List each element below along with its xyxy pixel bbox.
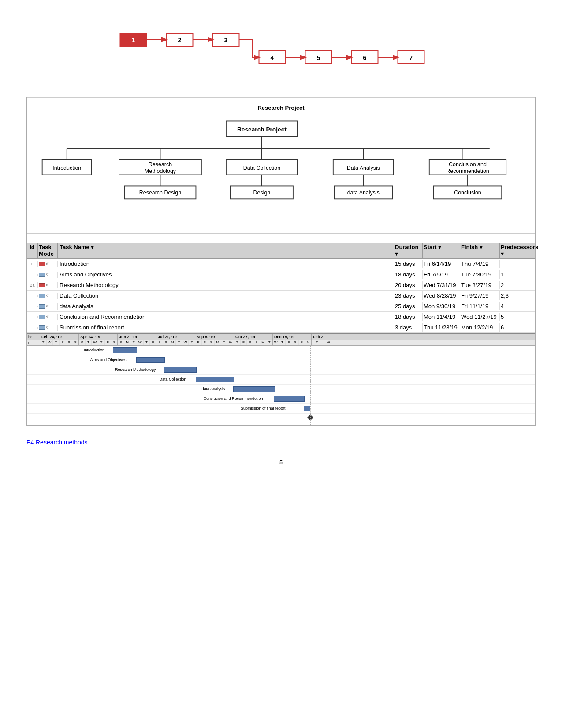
- svg-text:data Analysis: data Analysis: [347, 190, 380, 196]
- row-taskname: Submission of final report: [58, 323, 394, 332]
- row-duration: 23 days: [394, 291, 423, 300]
- mode-arrow-icon: ↺: [46, 283, 49, 287]
- row-id: D: [27, 261, 38, 267]
- p4-heading: P4 Research methods: [26, 439, 536, 446]
- row-finish: Tue 8/27/19: [460, 281, 500, 289]
- table-row: D ↺ Introduction 15 days Fri 6/14/19 Thu…: [27, 259, 535, 269]
- duration-sort-icon: ▾: [395, 250, 398, 257]
- gantt-rows: D ↺ Introduction 15 days Fri 6/14/19 Thu…: [27, 259, 535, 333]
- gantt-bar-label: Conclusion and Recommendetion: [204, 396, 263, 401]
- mode-arrow-icon: ↺: [46, 325, 49, 329]
- svg-text:Research Design: Research Design: [139, 190, 181, 196]
- row-id: [27, 295, 38, 297]
- row-taskname: Conclusion and Recommendetion: [58, 313, 394, 321]
- table-row: ↺ data Analysis 25 days Mon 9/30/19 Fri …: [27, 301, 535, 312]
- start-sort-icon: ▾: [438, 244, 441, 250]
- row-mode: ↺: [38, 314, 58, 320]
- header-finish[interactable]: Finish ▾: [460, 243, 500, 258]
- row-taskname: data Analysis: [58, 302, 394, 310]
- gantt-bar-label: Data Collection: [160, 377, 186, 381]
- row-id: [27, 316, 38, 318]
- row-mode: ↺: [38, 282, 58, 288]
- finish-sort-icon: ▾: [480, 244, 483, 250]
- row-id: [27, 327, 38, 329]
- wbs-title: Research Project: [34, 105, 528, 111]
- table-row: ↺ Conclusion and Recommendetion 18 days …: [27, 312, 535, 322]
- gantt-bar: [304, 406, 310, 411]
- gantt-milestone-row: [27, 414, 535, 422]
- row-start: Mon 9/30/19: [423, 302, 460, 310]
- row-mode: ↺: [38, 293, 58, 299]
- timeline-subheader: I T W T F S S M T W T F S S M T: [27, 340, 535, 346]
- header-taskname[interactable]: Task Name ▾: [58, 243, 394, 258]
- header-mode: Task Mode: [38, 243, 58, 258]
- svg-text:Methodology: Methodology: [145, 168, 176, 174]
- svg-text:Research Project: Research Project: [237, 126, 287, 133]
- gantt-bar: [164, 367, 197, 373]
- gantt-table-header: Id Task Mode Task Name ▾ Duration ▾ Star…: [27, 243, 535, 259]
- header-predecessors[interactable]: Predecessors ▾: [500, 243, 535, 258]
- gantt-bar-label: Aims and Objectives: [90, 358, 127, 362]
- row-taskname: Aims and Objectives: [58, 270, 394, 279]
- row-mode: ↺: [38, 272, 58, 278]
- gantt-bar: [113, 347, 137, 353]
- svg-text:Design: Design: [253, 190, 271, 196]
- row-finish: Mon 12/2/19: [460, 323, 500, 332]
- taskname-sort-icon: ▾: [91, 244, 94, 250]
- row-taskname: Introduction: [58, 260, 394, 268]
- row-duration: 3 days: [394, 323, 423, 332]
- row-taskname: Research Methodology: [58, 281, 394, 289]
- gantt-bar-row: Conclusion and Recommendetion: [27, 394, 535, 404]
- svg-text:Research: Research: [149, 161, 172, 168]
- row-duration: 15 days: [394, 260, 423, 268]
- row-duration: 20 days: [394, 281, 423, 289]
- gantt-bars-area: IntroductionAims and ObjectivesResearch …: [27, 346, 535, 425]
- row-predecessors: 4: [500, 302, 535, 310]
- task-mode-icon: [39, 262, 45, 266]
- svg-text:3: 3: [224, 37, 228, 44]
- svg-text:Conclusion and: Conclusion and: [449, 161, 487, 168]
- gantt-bar-label: Research Methodology: [115, 367, 156, 372]
- task-mode-icon: [39, 315, 45, 319]
- svg-text:2: 2: [178, 37, 182, 44]
- task-mode-icon: [39, 325, 45, 330]
- row-predecessors: 2,3: [500, 291, 535, 300]
- row-start: Thu 11/28/19: [423, 323, 460, 332]
- row-predecessors: 2: [500, 281, 535, 289]
- gantt-bar-row: Aims and Objectives: [27, 355, 535, 365]
- page-number: 5: [26, 459, 536, 466]
- timeline-header: i9 Feb 24, '19 Apr 14, '19 Jun 2, '19 Ju…: [27, 334, 535, 340]
- row-predecessors: 1: [500, 270, 535, 279]
- row-mode: ↺: [38, 303, 58, 310]
- svg-text:7: 7: [409, 54, 413, 61]
- svg-text:5: 5: [317, 54, 320, 61]
- row-duration: 25 days: [394, 302, 423, 310]
- gantt-bar: [136, 357, 165, 363]
- row-mode: ↺: [38, 261, 58, 267]
- table-row: ↺ Data Collection 23 days Wed 8/28/19 Fr…: [27, 291, 535, 301]
- svg-text:4: 4: [271, 54, 274, 61]
- row-mode: ↺: [38, 325, 58, 331]
- gantt-bar: [274, 396, 305, 402]
- task-mode-icon: [39, 294, 45, 298]
- row-taskname: Data Collection: [58, 291, 394, 300]
- header-start[interactable]: Start ▾: [423, 243, 460, 258]
- row-id: [27, 306, 38, 307]
- svg-text:Recommendetion: Recommendetion: [446, 168, 489, 174]
- gantt-bar: [196, 377, 234, 382]
- row-finish: Fri 9/27/19: [460, 291, 500, 300]
- row-duration: 18 days: [394, 270, 423, 279]
- svg-text:1: 1: [132, 37, 135, 44]
- row-start: Wed 7/31/19: [423, 281, 460, 289]
- flow-diagram: 1 2 3 4 5 6 7: [26, 22, 536, 79]
- mode-arrow-icon: ↺: [46, 262, 49, 266]
- gantt-bar-row: Research Methodology: [27, 365, 535, 375]
- table-row: ↺ Submission of final report 3 days Thu …: [27, 322, 535, 333]
- header-duration[interactable]: Duration ▾: [394, 243, 423, 258]
- svg-text:Conclusion: Conclusion: [454, 190, 481, 196]
- row-predecessors: 5: [500, 313, 535, 321]
- mode-arrow-icon: ↺: [46, 315, 49, 319]
- mode-arrow-icon: ↺: [46, 294, 49, 298]
- row-finish: Thu 7/4/19: [460, 260, 500, 268]
- svg-text:6: 6: [363, 54, 367, 61]
